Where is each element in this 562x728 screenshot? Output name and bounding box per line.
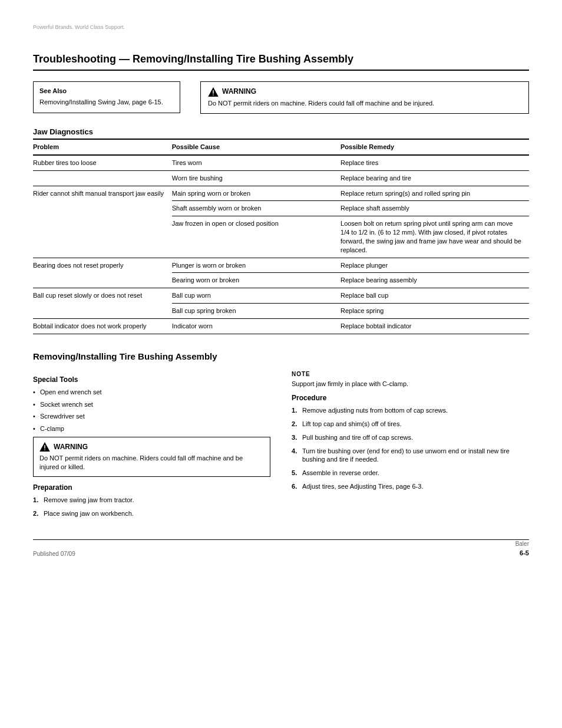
- left-column: Special Tools Open end wrench set Socket…: [33, 370, 270, 523]
- list-item: Socket wrench set: [33, 400, 270, 409]
- see-also-text: Removing/Installing Swing Jaw, page 6-15…: [39, 98, 174, 107]
- cell: Bobtail indicator does not work properly: [33, 318, 172, 334]
- list-item: C-clamp: [33, 424, 270, 433]
- note-body: Support jaw firmly in place with C-clamp…: [292, 380, 529, 388]
- footer: Published 07/09 Baler 6-5: [33, 539, 529, 558]
- svg-rect-1: [213, 94, 213, 95]
- cell: Plunger is worn or broken: [172, 258, 340, 273]
- cell: [33, 170, 172, 186]
- note-label: NOTE: [292, 370, 529, 378]
- col-problem: Problem: [33, 139, 172, 155]
- top-row: See Also Removing/Installing Swing Jaw, …: [33, 81, 529, 114]
- tagline: Powerful Brands. World Class Support.: [33, 24, 529, 31]
- cell: Replace spring: [340, 304, 529, 319]
- cell: Jaw frozen in open or closed position: [172, 216, 340, 258]
- list-item: Adjust tires, see Adjusting Tires, page …: [292, 482, 529, 491]
- cell: Replace tires: [340, 155, 529, 170]
- section-name: Troubleshooting: [33, 53, 116, 65]
- col-cause: Possible Cause: [172, 139, 340, 155]
- cell: Indicator worn: [172, 318, 340, 334]
- see-also-title: See Also: [39, 87, 174, 95]
- remove-install-title: Removing/Installing Tire Bushing Assembl…: [33, 351, 529, 363]
- footer-pub: Published 07/09: [33, 550, 75, 558]
- list-item: Lift top cap and shim(s) off of tires.: [292, 420, 529, 429]
- footer-label: Baler: [515, 540, 529, 548]
- list-item: Remove swing jaw from tractor.: [33, 496, 270, 505]
- cell: Replace shaft assembly: [340, 201, 529, 216]
- special-tools-list: Open end wrench set Socket wrench set Sc…: [33, 388, 270, 433]
- header-rule: [33, 70, 529, 71]
- cell: Rider cannot shift manual transport jaw …: [33, 186, 172, 258]
- page-header: Troubleshooting — Removing/Installing Ti…: [33, 52, 529, 71]
- page-number: 6-5: [515, 549, 529, 558]
- cell: Rubber tires too loose: [33, 155, 172, 170]
- cell: Shaft assembly worn or broken: [172, 201, 340, 216]
- list-item: Assemble in reverse order.: [292, 469, 529, 477]
- prep-steps: Remove swing jaw from tractor. Place swi…: [33, 496, 270, 518]
- cell: Bearing does not reset properly: [33, 258, 172, 288]
- page-title: Removing/Installing Tire Bushing Assembl…: [133, 53, 353, 65]
- cell: Main spring worn or broken: [172, 186, 340, 201]
- cell: Replace return spring(s) and rolled spri…: [340, 186, 529, 201]
- see-also-box: See Also Removing/Installing Swing Jaw, …: [33, 81, 180, 113]
- cell: Replace bearing and tire: [340, 170, 529, 186]
- cell: Ball cup worn: [172, 288, 340, 304]
- svg-rect-2: [44, 445, 45, 449]
- svg-rect-3: [44, 450, 45, 450]
- cell: Replace plunger: [340, 258, 529, 273]
- list-item: Place swing jaw on workbench.: [33, 509, 270, 518]
- cell: Replace ball cup: [340, 288, 529, 304]
- cell: Bearing worn or broken: [172, 273, 340, 288]
- list-item: Remove adjusting nuts from bottom of cap…: [292, 406, 529, 415]
- list-item: Turn tire bushing over (end for end) to …: [292, 447, 529, 465]
- right-column: NOTE Support jaw firmly in place with C-…: [292, 370, 529, 523]
- cell: Ball cup reset slowly or does not reset: [33, 288, 172, 319]
- cell: Replace bearing assembly: [340, 273, 529, 288]
- warning-body: Do NOT permit riders on machine. Riders …: [208, 99, 521, 108]
- cell: Replace bobtail indicator: [340, 318, 529, 334]
- svg-rect-0: [213, 90, 213, 94]
- list-item: Pull bushing and tire off of cap screws.: [292, 433, 529, 442]
- list-item: Screwdriver set: [33, 412, 270, 421]
- inline-warning-box: WARNING Do NOT permit riders on machine.…: [33, 437, 270, 477]
- special-tools-head: Special Tools: [33, 375, 270, 384]
- cell: Tires worn: [172, 155, 340, 170]
- warning-label: WARNING: [222, 87, 256, 96]
- list-item: Open end wrench set: [33, 388, 270, 397]
- warning-box: WARNING Do NOT permit riders on machine.…: [200, 81, 529, 114]
- procedure-head: Procedure: [292, 393, 529, 403]
- alert-icon: [39, 442, 50, 452]
- prep-head: Preparation: [33, 483, 270, 492]
- inline-warning-label: WARNING: [54, 442, 88, 452]
- diagnostics-title: Jaw Diagnostics: [33, 127, 529, 137]
- inline-warning-body: Do NOT permit riders on machine. Riders …: [39, 454, 264, 472]
- alert-icon: [208, 87, 219, 97]
- col-remedy: Possible Remedy: [340, 139, 529, 155]
- cell: Worn tire bushing: [172, 170, 340, 186]
- cell: Loosen bolt on return spring pivot until…: [340, 216, 529, 258]
- procedure-steps: Remove adjusting nuts from bottom of cap…: [292, 406, 529, 491]
- diagnostics-table: Problem Possible Cause Possible Remedy R…: [33, 139, 529, 334]
- two-column: Special Tools Open end wrench set Socket…: [33, 370, 529, 523]
- cell: Ball cup spring broken: [172, 304, 340, 319]
